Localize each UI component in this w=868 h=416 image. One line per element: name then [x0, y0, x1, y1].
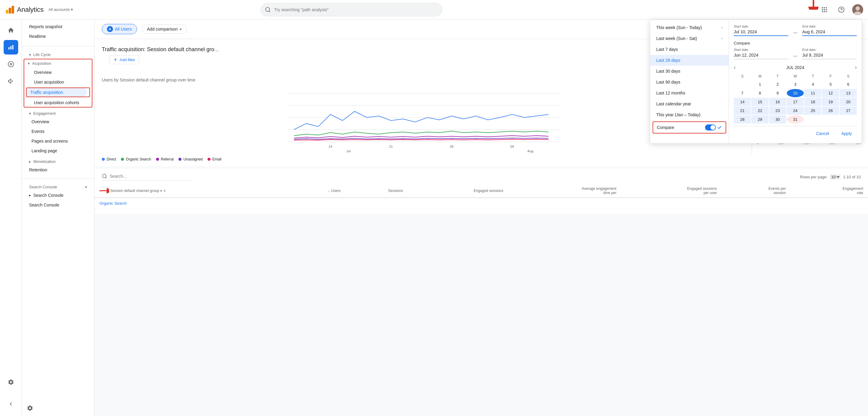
cal-cell-18[interactable]: 18	[804, 98, 822, 106]
cal-cell-16[interactable]: 16	[769, 98, 786, 106]
nav-icon-reports[interactable]	[4, 40, 18, 55]
apply-button[interactable]: Apply	[836, 129, 857, 138]
cal-cell-25[interactable]: 25	[804, 106, 822, 115]
search-input[interactable]	[260, 3, 442, 17]
rows-per-page: Rows per page: 10 25 50 1-10 of 10	[800, 174, 861, 180]
cal-prev-button[interactable]: ‹	[734, 64, 736, 70]
cal-cell-11[interactable]: 11	[804, 89, 822, 97]
cal-cell-8[interactable]: 8	[751, 89, 768, 97]
help-button[interactable]	[835, 4, 847, 16]
cal-cell-9[interactable]: 9	[769, 89, 786, 97]
cal-cell-24[interactable]: 24	[787, 106, 804, 115]
compare-start-field[interactable]: Start date Jun 12, 2024	[734, 48, 788, 59]
cal-cell-30[interactable]: 30	[769, 115, 786, 124]
add-filter-button[interactable]: Add filter	[109, 55, 139, 64]
nav-user-acquisition-cohorts[interactable]: User acquisition cohorts	[24, 98, 92, 107]
cal-cell-15[interactable]: 15	[751, 98, 768, 106]
nav-icon-advertising[interactable]	[4, 74, 18, 88]
cal-cell-4[interactable]: 4	[804, 80, 822, 88]
cal-cell-27[interactable]: 27	[840, 106, 857, 115]
add-comparison-button[interactable]: Add comparison +	[142, 25, 187, 34]
nav-engagement[interactable]: ▾ Engagement	[22, 109, 94, 117]
all-users-chip[interactable]: A All Users	[102, 24, 137, 34]
nav-traffic-acquisition[interactable]: Traffic acquisition	[27, 88, 87, 97]
compare-end-field[interactable]: End date Jul 9, 2024	[802, 48, 857, 59]
col-header-engagement-rate[interactable]: Engagement rate	[791, 184, 868, 198]
search-console-header[interactable]: Search Console ▾	[22, 182, 94, 190]
nav-icon-explore[interactable]	[4, 57, 18, 71]
nav-icon-collapse[interactable]	[4, 396, 18, 411]
nav-realtime[interactable]: Realtime	[22, 31, 94, 41]
cal-cell-21[interactable]: 21	[734, 106, 751, 115]
apps-grid-button[interactable]	[818, 4, 831, 16]
toggle-track[interactable]	[705, 124, 716, 130]
cancel-button[interactable]: Cancel	[811, 129, 834, 138]
nav-search-console-2[interactable]: Search Console	[22, 200, 94, 210]
cal-cell-23[interactable]: 23	[769, 106, 786, 115]
cal-cell-14[interactable]: 14	[734, 98, 751, 106]
cal-next-button[interactable]: ›	[855, 64, 857, 70]
preset-last-28[interactable]: Last 28 days	[650, 55, 728, 66]
preset-last-12[interactable]: Last 12 months	[650, 88, 728, 98]
cal-cell-3[interactable]: 3	[787, 80, 804, 88]
preset-last-30[interactable]: Last 30 days	[650, 66, 728, 76]
col-header-engaged-per-user[interactable]: Engaged sessions per user	[621, 184, 722, 198]
nav-icon-home[interactable]	[4, 23, 18, 37]
preset-last-7[interactable]: Last 7 days	[650, 44, 728, 55]
cal-cell-13[interactable]: 13	[840, 89, 857, 97]
cal-cell-1[interactable]: 1	[751, 80, 768, 88]
cal-cell-7[interactable]: 7	[734, 89, 751, 97]
cal-cell-5[interactable]: 5	[822, 80, 839, 88]
cell-channel[interactable]: Organic Search	[95, 198, 289, 209]
account-selector[interactable]: All accounts ▾	[49, 7, 73, 12]
cal-cell-10[interactable]: 10	[787, 89, 804, 97]
cal-cell-2[interactable]: 2	[769, 80, 786, 88]
preset-last-week[interactable]: Last week (Sun - Sat) ›	[650, 33, 728, 44]
start-date-field[interactable]: Start date Jul 10, 2024	[734, 25, 788, 36]
cal-cell-29[interactable]: 29	[751, 115, 768, 124]
nav-engagement-overview[interactable]: Overview	[22, 117, 94, 127]
nav-retention[interactable]: Retention	[22, 165, 94, 175]
nav-landing-page[interactable]: Landing page	[22, 146, 94, 156]
nav-acquisition[interactable]: ▾ Acquisition	[24, 59, 92, 67]
cal-cell-19[interactable]: 19	[822, 98, 839, 106]
nav-acquisition-overview[interactable]: Overview	[24, 67, 92, 77]
table-search-input[interactable]	[110, 174, 163, 179]
col-channel-dropdown-icon: ▾	[160, 189, 162, 193]
avatar[interactable]	[852, 4, 863, 15]
col-header-avg-time[interactable]: Average engagement time per	[508, 184, 621, 198]
lifecycle-header[interactable]: ▾ Life Cycle	[22, 50, 94, 58]
cal-cell-6[interactable]: 6	[840, 80, 857, 88]
col-header-channel[interactable]: Session default channel group ▾ +	[95, 184, 289, 198]
cal-cell-26[interactable]: 26	[822, 106, 839, 115]
preset-this-week[interactable]: This week (Sun - Today) ›	[650, 22, 728, 33]
cal-cell-17[interactable]: 17	[787, 98, 804, 106]
cal-cell-28[interactable]: 28	[734, 115, 751, 124]
nav-pages-and-screens[interactable]: Pages and screens	[22, 136, 94, 146]
nav-search-console-1[interactable]: ▸ Search Console	[22, 190, 94, 200]
nav-events[interactable]: Events	[22, 127, 94, 136]
nav-reports-snapshot[interactable]: Reports snapshot	[22, 22, 94, 31]
col-header-users[interactable]: ↓ Users	[289, 184, 345, 198]
preset-last-calendar-year[interactable]: Last calendar year	[650, 98, 728, 109]
nav-monetization[interactable]: ▸ Monetization	[22, 157, 94, 165]
col-header-events-per-session[interactable]: Events per session	[722, 184, 791, 198]
cal-cell-empty-3	[822, 115, 839, 124]
preset-last-90[interactable]: Last 90 days	[650, 76, 728, 88]
cal-cell-12[interactable]: 12	[822, 89, 839, 97]
cal-cell-31[interactable]: 31	[787, 115, 804, 124]
cal-cell-22[interactable]: 22	[751, 106, 768, 115]
compare-toggle[interactable]	[705, 124, 722, 130]
preset-this-year[interactable]: This year (Jan – Today)	[650, 109, 728, 120]
col-header-engaged-sessions[interactable]: Engaged sessions	[408, 184, 508, 198]
cal-cell-20[interactable]: 20	[840, 98, 857, 106]
nav-icon-settings[interactable]	[4, 375, 18, 389]
svg-text:28: 28	[450, 145, 453, 148]
nav-user-acquisition[interactable]: User acquisition	[24, 77, 92, 87]
preset-compare[interactable]: Compare	[653, 121, 726, 133]
left-side-nav: Reports snapshot Realtime ▾ Life Cycle	[0, 20, 95, 416]
settings-bottom[interactable]	[22, 401, 94, 416]
col-header-sessions[interactable]: Sessions	[345, 184, 408, 198]
rows-per-page-select[interactable]: 10 25 50	[830, 174, 840, 180]
end-date-field[interactable]: End date Aug 6, 2024	[802, 25, 857, 36]
